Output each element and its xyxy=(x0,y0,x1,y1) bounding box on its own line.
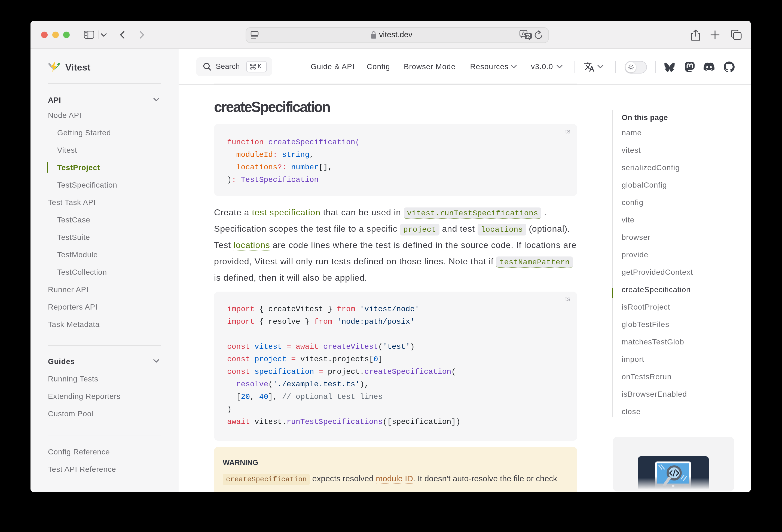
svg-text:A: A xyxy=(522,31,525,36)
